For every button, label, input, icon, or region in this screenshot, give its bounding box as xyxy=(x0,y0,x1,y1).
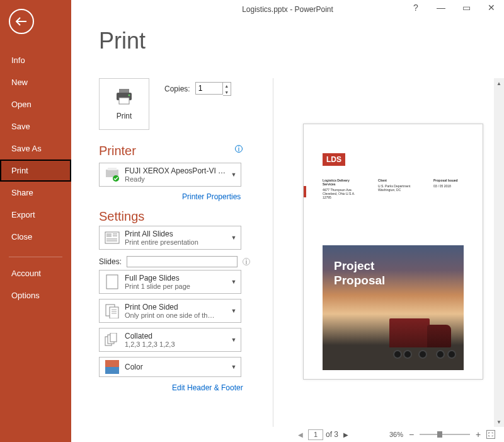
print-preview: LDS Logistics Delivery Services4677 Thom… xyxy=(303,124,483,380)
restore-button[interactable]: ▭ xyxy=(454,0,479,15)
printer-section-title: Printer xyxy=(99,144,136,158)
color-dropdown[interactable]: Color ▼ xyxy=(99,357,241,377)
page-title: Print xyxy=(99,28,504,54)
print-range-line1: Print All Slides xyxy=(125,230,229,238)
one-sided-icon xyxy=(103,302,121,320)
svg-rect-2 xyxy=(119,98,129,104)
chevron-down-icon: ▼ xyxy=(229,364,238,370)
sidebar-item-print[interactable]: Print xyxy=(0,160,71,182)
page-total-label: of 3 xyxy=(326,430,338,439)
svg-rect-21 xyxy=(110,333,117,342)
sides-dropdown[interactable]: Print One Sided Only print on one side o… xyxy=(99,299,241,323)
layout-line1: Full Page Slides xyxy=(125,274,229,282)
color-line1: Color xyxy=(125,363,229,371)
chevron-down-icon: ▼ xyxy=(229,337,238,343)
sidebar-item-save[interactable]: Save xyxy=(0,115,71,137)
sidebar-item-save-as[interactable]: Save As xyxy=(0,137,71,160)
printer-icon xyxy=(114,88,134,108)
minimize-button[interactable]: — xyxy=(428,0,454,15)
preview-col1-text: 4677 Thompson Ave. Cleveland, Ohio U.S.A… xyxy=(323,188,360,199)
preview-accent-bar xyxy=(304,186,306,197)
copies-up[interactable]: ▲ xyxy=(223,83,231,89)
printer-dropdown[interactable]: FUJI XEROX ApeosPort-VI C3… Ready ▼ xyxy=(99,163,241,187)
zoom-slider[interactable] xyxy=(420,434,470,435)
zoom-percent: 36% xyxy=(389,431,403,438)
preview-col3-header: Proposal Issued xyxy=(433,178,471,182)
printer-info-icon[interactable]: i xyxy=(235,145,243,153)
sidebar-item-options[interactable]: Options xyxy=(0,284,71,306)
sidebar-item-export[interactable]: Export xyxy=(0,204,71,226)
sidebar-item-close[interactable]: Close xyxy=(0,226,71,248)
printer-status: Ready xyxy=(125,175,229,183)
next-page-button[interactable]: ▶ xyxy=(341,431,351,438)
collated-icon xyxy=(103,331,121,349)
collate-line2: 1,2,3 1,2,3 1,2,3 xyxy=(125,340,229,348)
collate-dropdown[interactable]: Collated 1,2,3 1,2,3 1,2,3 ▼ xyxy=(99,328,241,352)
svg-rect-8 xyxy=(106,233,112,237)
zoom-out-button[interactable]: − xyxy=(407,429,416,439)
sidebar-item-open[interactable]: Open xyxy=(0,93,71,115)
collate-line1: Collated xyxy=(125,332,229,340)
page-number-input[interactable]: 1 xyxy=(308,429,323,440)
svg-rect-0 xyxy=(119,89,129,93)
sides-line2: Only print on one side of th… xyxy=(125,311,229,319)
copies-down[interactable]: ▼ xyxy=(223,89,231,95)
sides-line1: Print One Sided xyxy=(125,303,229,311)
sidebar-separator xyxy=(9,257,62,257)
svg-rect-13 xyxy=(106,275,118,289)
all-slides-icon xyxy=(103,229,121,247)
svg-point-3 xyxy=(129,95,130,96)
print-range-line2: Print entire presentation xyxy=(125,238,229,246)
printer-name: FUJI XEROX ApeosPort-VI C3… xyxy=(125,166,229,175)
settings-section-title: Settings xyxy=(99,209,144,224)
backstage-sidebar: Info New Open Save Save As Print Share E… xyxy=(0,0,71,442)
sidebar-item-info[interactable]: Info xyxy=(0,49,71,71)
chevron-down-icon: ▼ xyxy=(229,172,238,178)
scroll-down-icon[interactable]: ▼ xyxy=(494,417,504,427)
close-button[interactable]: ✕ xyxy=(479,0,504,15)
print-range-dropdown[interactable]: Print All Slides Print entire presentati… xyxy=(99,226,241,250)
preview-col1-header: Logistics Delivery Services xyxy=(323,178,360,186)
layout-line2: Print 1 slide per page xyxy=(125,282,229,290)
chevron-down-icon: ▼ xyxy=(229,235,238,241)
svg-rect-23 xyxy=(105,367,119,374)
help-button[interactable]: ? xyxy=(403,0,428,15)
back-button[interactable] xyxy=(9,9,34,34)
sidebar-item-share[interactable]: Share xyxy=(0,182,71,204)
preview-title1: Project xyxy=(334,259,374,272)
preview-photo: ProjectProposal xyxy=(323,245,464,370)
slides-label: Slides: xyxy=(99,257,122,266)
copies-label: Copies: xyxy=(164,84,190,93)
preview-scrollbar[interactable]: ▲ ▼ xyxy=(494,78,504,427)
svg-rect-22 xyxy=(105,360,119,367)
zoom-fit-button[interactable]: ⛶ xyxy=(486,430,495,439)
svg-rect-15 xyxy=(110,307,118,318)
chevron-down-icon: ▼ xyxy=(229,279,238,285)
edit-header-footer-link[interactable]: Edit Header & Footer xyxy=(172,383,243,392)
full-page-icon xyxy=(103,273,121,291)
preview-col2-text: U.S. Parks Department Washington, DC xyxy=(378,184,416,192)
slides-input[interactable] xyxy=(127,256,238,267)
sidebar-item-new[interactable]: New xyxy=(0,71,71,93)
preview-title2: Proposal xyxy=(334,274,385,287)
sidebar-item-account[interactable]: Account xyxy=(0,262,71,284)
preview-col3-text: 03 / 05 2018 xyxy=(433,184,471,188)
copies-input[interactable]: 1 xyxy=(195,82,223,95)
printer-properties-link[interactable]: Printer Properties xyxy=(182,192,241,201)
print-button-label: Print xyxy=(117,112,132,120)
color-icon xyxy=(103,358,121,376)
print-button[interactable]: Print xyxy=(99,78,149,130)
vertical-divider xyxy=(273,78,273,427)
scroll-up-icon[interactable]: ▲ xyxy=(494,78,504,88)
slides-info-icon[interactable]: i xyxy=(243,258,250,265)
zoom-in-button[interactable]: + xyxy=(474,429,483,439)
svg-rect-5 xyxy=(108,168,117,170)
printer-status-icon xyxy=(103,166,121,183)
preview-logo: LDS xyxy=(323,153,345,166)
window-title: Logistics.pptx - PowerPoint xyxy=(242,5,333,14)
layout-dropdown[interactable]: Full Page Slides Print 1 slide per page … xyxy=(99,270,241,294)
prev-page-button[interactable]: ◀ xyxy=(295,431,306,438)
preview-col2-header: Client xyxy=(378,178,416,182)
chevron-down-icon: ▼ xyxy=(229,308,238,314)
